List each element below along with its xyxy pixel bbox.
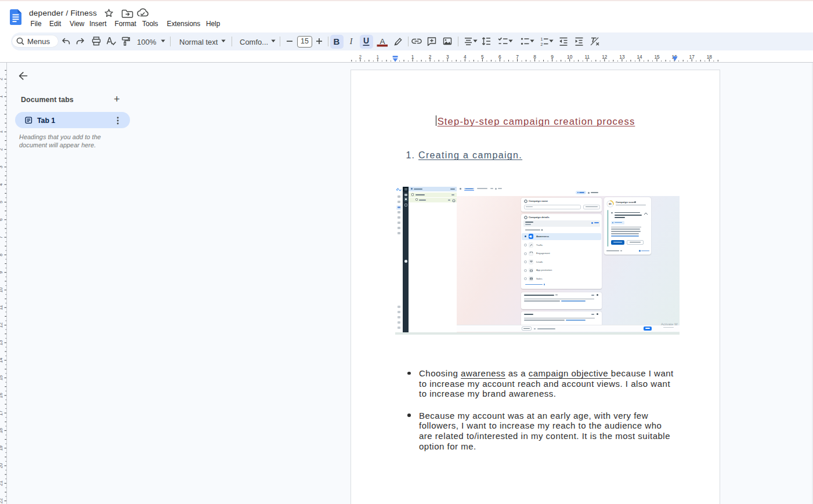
svg-text:10: 10 (0, 287, 3, 293)
svg-text:1: 1 (377, 54, 380, 60)
svg-text:2: 2 (0, 78, 3, 81)
svg-text:9: 9 (551, 54, 554, 60)
svg-text:4: 4 (464, 54, 467, 60)
svg-text:15: 15 (0, 375, 3, 381)
svg-text:B: B (334, 37, 340, 46)
svg-text:7: 7 (0, 235, 3, 238)
svg-text:5: 5 (0, 201, 3, 204)
svg-text:4: 4 (0, 183, 3, 186)
svg-text:12: 12 (602, 54, 608, 60)
svg-text:1: 1 (0, 95, 3, 98)
svg-text:U: U (363, 36, 369, 45)
svg-text:6: 6 (498, 54, 501, 60)
svg-text:11: 11 (584, 54, 590, 60)
svg-text:12: 12 (0, 322, 3, 328)
svg-text:1: 1 (541, 37, 543, 41)
svg-text:I: I (349, 37, 353, 46)
svg-text:9: 9 (0, 271, 3, 274)
svg-text:5: 5 (481, 54, 484, 60)
svg-text:3: 3 (446, 54, 449, 60)
svg-text:61: 61 (609, 202, 612, 205)
svg-text:14: 14 (0, 357, 3, 363)
svg-text:8: 8 (533, 54, 536, 60)
svg-text:6: 6 (0, 218, 3, 221)
svg-text:14: 14 (637, 54, 642, 60)
svg-text:1: 1 (0, 130, 3, 133)
svg-text:17: 17 (0, 410, 3, 416)
svg-text:2: 2 (429, 54, 432, 60)
svg-text:A: A (380, 37, 385, 46)
svg-text:2: 2 (541, 42, 543, 46)
svg-text:2: 2 (0, 148, 3, 151)
svg-text:11: 11 (0, 305, 3, 310)
svg-text:13: 13 (0, 340, 3, 346)
svg-text:8: 8 (0, 253, 3, 256)
svg-text:3: 3 (0, 165, 3, 168)
svg-text:17: 17 (689, 54, 695, 60)
svg-text:20: 20 (0, 463, 3, 469)
svg-text:10: 10 (567, 54, 573, 60)
svg-text:2: 2 (359, 54, 362, 60)
svg-text:16: 16 (0, 393, 3, 398)
svg-text:22: 22 (0, 498, 3, 504)
svg-text:19: 19 (0, 445, 3, 451)
svg-text:7: 7 (516, 54, 519, 60)
svg-text:21: 21 (0, 480, 3, 486)
svg-text:18: 18 (707, 54, 713, 60)
svg-text:1: 1 (411, 54, 414, 60)
svg-text:18: 18 (0, 427, 3, 433)
svg-text:15: 15 (654, 54, 660, 60)
svg-text:13: 13 (619, 54, 625, 60)
